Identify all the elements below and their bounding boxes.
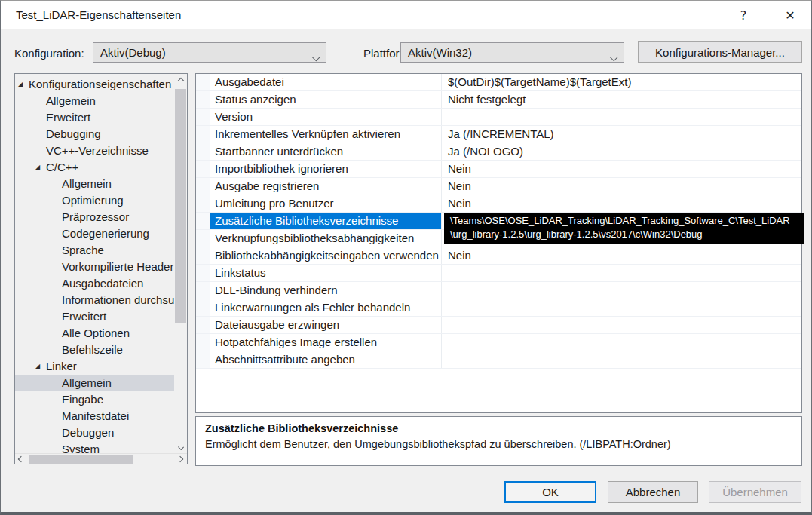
tree-horizontal-scrollbar[interactable] bbox=[15, 453, 187, 464]
properties-dialog: Test_LiDAR-Eigenschaftenseiten ? ✕ Konfi… bbox=[0, 0, 812, 515]
horizontal-scroll-thumb[interactable] bbox=[29, 455, 133, 464]
tree-item-präprozessor[interactable]: Präprozessor bbox=[15, 209, 174, 225]
property-row-importbibliothek-ignorieren[interactable]: Importbibliothek ignorierenNein bbox=[196, 161, 801, 178]
row-gutter bbox=[196, 230, 210, 247]
tree-item-label: Erweitert bbox=[46, 109, 90, 126]
property-row-startbanner-unterdrücken[interactable]: Startbanner unterdrückenJa (/NOLOGO) bbox=[196, 143, 801, 161]
chevron-down-icon bbox=[611, 50, 617, 63]
configuration-manager-button[interactable]: Konfigurations-Manager... bbox=[638, 41, 802, 63]
tree-item-linker[interactable]: ◢Linker bbox=[15, 358, 174, 375]
scroll-left-icon[interactable] bbox=[15, 454, 27, 464]
tree-item-system[interactable]: System bbox=[15, 441, 174, 453]
row-gutter bbox=[196, 265, 210, 281]
tree-item-label: Befehlszeile bbox=[62, 342, 123, 358]
tree-item-vc-verzeichnisse[interactable]: VC++-Verzeichnisse bbox=[15, 143, 174, 159]
property-value[interactable] bbox=[441, 334, 801, 351]
property-value[interactable] bbox=[441, 299, 801, 316]
tree-item-sprache[interactable]: Sprache bbox=[15, 242, 174, 259]
property-value[interactable] bbox=[441, 317, 801, 333]
expand-arrow-icon[interactable]: ◢ bbox=[35, 358, 40, 375]
property-value[interactable] bbox=[441, 265, 801, 281]
tree-vertical-scrollbar[interactable] bbox=[174, 74, 187, 453]
property-row-linkerwarnungen-als-fehler-behandeln[interactable]: Linkerwarnungen als Fehler behandeln bbox=[196, 299, 801, 317]
tree-item-erweitert[interactable]: Erweitert bbox=[15, 308, 174, 325]
cancel-button[interactable]: Abbrechen bbox=[608, 481, 698, 503]
property-row-umleitung-pro-benutzer[interactable]: Umleitung pro BenutzerNein bbox=[196, 195, 801, 213]
tree-item-befehlszeile[interactable]: Befehlszeile bbox=[15, 342, 174, 358]
tree-item-vorkompilierte-header[interactable]: Vorkompilierte Header bbox=[15, 259, 174, 275]
expand-arrow-icon[interactable]: ◢ bbox=[35, 159, 40, 176]
row-gutter bbox=[196, 351, 210, 368]
platform-dropdown[interactable]: Aktiv(Win32) bbox=[400, 42, 624, 63]
property-row-abschnittsattribute-angeben[interactable]: Abschnittsattribute angeben bbox=[196, 351, 801, 369]
property-value[interactable]: Nein bbox=[441, 161, 801, 177]
tree-item-label: Eingabe bbox=[62, 391, 103, 408]
tree-item-debugging[interactable]: Debugging bbox=[15, 126, 174, 143]
row-gutter bbox=[196, 126, 210, 143]
tree-item-erweitert[interactable]: Erweitert bbox=[15, 109, 174, 126]
property-name: Dateiausgabe erzwingen bbox=[210, 317, 441, 333]
property-value[interactable]: Nein bbox=[441, 195, 801, 212]
description-text: Ermöglicht dem Benutzer, den Umgebungsbi… bbox=[205, 438, 792, 450]
ok-button[interactable]: OK bbox=[504, 481, 596, 503]
property-value[interactable]: Nein bbox=[441, 178, 801, 195]
tree-item-ausgabedateien[interactable]: Ausgabedateien bbox=[15, 275, 174, 292]
property-row-hotpatchfähiges-image-erstellen[interactable]: Hotpatchfähiges Image erstellen bbox=[196, 334, 801, 351]
tree-item-manifestdatei[interactable]: Manifestdatei bbox=[15, 408, 174, 425]
tree-item-konfigurationseigenschaften[interactable]: ◢Konfigurationseigenschaften bbox=[15, 76, 174, 93]
row-gutter bbox=[196, 91, 210, 108]
vertical-scroll-thumb[interactable] bbox=[175, 89, 186, 323]
property-name: DLL-Bindung verhindern bbox=[210, 282, 441, 299]
tree-item-allgemein[interactable]: Allgemein bbox=[15, 176, 174, 192]
property-name: Bibliothekabhängigkeitseingaben verwende… bbox=[210, 247, 441, 264]
platform-value: Aktiv(Win32) bbox=[408, 46, 472, 59]
row-gutter bbox=[196, 143, 210, 160]
property-value[interactable]: Nein bbox=[441, 247, 801, 264]
property-row-ausgabedatei[interactable]: Ausgabedatei$(OutDir)$(TargetName)$(Targ… bbox=[196, 74, 801, 91]
tree-item-allgemein[interactable]: Allgemein bbox=[15, 93, 174, 109]
scroll-up-icon[interactable] bbox=[174, 74, 187, 87]
property-value[interactable]: Ja (/NOLOGO) bbox=[441, 143, 801, 160]
tree-item-optimierung[interactable]: Optimierung bbox=[15, 192, 174, 209]
property-value[interactable] bbox=[441, 109, 801, 125]
property-value[interactable]: $(OutDir)$(TargetName)$(TargetExt) bbox=[441, 74, 801, 90]
property-row-dateiausgabe-erzwingen[interactable]: Dateiausgabe erzwingen bbox=[196, 317, 801, 334]
tree-item-c-c[interactable]: ◢C/C++ bbox=[15, 159, 174, 176]
tree-item-codegenerierung[interactable]: Codegenerierung bbox=[15, 225, 174, 242]
property-value[interactable]: Nicht festgelegt bbox=[441, 91, 801, 108]
configuration-dropdown[interactable]: Aktiv(Debug) bbox=[93, 42, 326, 63]
property-row-version[interactable]: Version bbox=[196, 109, 801, 126]
tree-item-eingabe[interactable]: Eingabe bbox=[15, 391, 174, 408]
property-value[interactable] bbox=[441, 351, 801, 368]
library-path-tooltip: \Teams\OSE\OSE_LiDAR_Tracking\LiDAR_Trac… bbox=[444, 213, 804, 244]
tree-item-label: Optimierung bbox=[62, 192, 124, 209]
property-value[interactable]: Ja (/INCREMENTAL) bbox=[441, 126, 801, 143]
titlebar: Test_LiDAR-Eigenschaftenseiten ? ✕ bbox=[1, 1, 811, 29]
property-name: Version bbox=[210, 109, 441, 125]
tree-item-label: Vorkompilierte Header bbox=[62, 259, 173, 275]
property-value[interactable] bbox=[441, 282, 801, 299]
apply-button[interactable]: Übernehmen bbox=[709, 481, 801, 503]
property-name: Ausgabedatei bbox=[210, 74, 441, 90]
row-gutter bbox=[196, 334, 210, 351]
property-row-inkrementelles-verknüpfen-aktivieren[interactable]: Inkrementelles Verknüpfen aktivierenJa (… bbox=[196, 126, 801, 143]
tree-item-debuggen[interactable]: Debuggen bbox=[15, 425, 174, 441]
property-row-ausgabe-registrieren[interactable]: Ausgabe registrierenNein bbox=[196, 178, 801, 195]
configuration-value: Aktiv(Debug) bbox=[100, 46, 166, 59]
scroll-right-icon[interactable] bbox=[174, 454, 186, 464]
close-button[interactable]: ✕ bbox=[773, 1, 807, 29]
property-row-dll-bindung-verhindern[interactable]: DLL-Bindung verhindern bbox=[196, 282, 801, 299]
tree-item-label: Sprache bbox=[62, 242, 104, 259]
property-row-bibliothekabhängigkeitseingaben-verwenden[interactable]: Bibliothekabhängigkeitseingaben verwende… bbox=[196, 247, 801, 265]
property-row-status-anzeigen[interactable]: Status anzeigenNicht festgelegt bbox=[196, 91, 801, 109]
tree-item-allgemein[interactable]: Allgemein bbox=[15, 375, 174, 391]
property-row-linkstatus[interactable]: Linkstatus bbox=[196, 265, 801, 282]
tree-item-label: Ausgabedateien bbox=[62, 275, 143, 292]
tree-item-informationen-durchsuchen[interactable]: Informationen durchsuchen bbox=[15, 292, 174, 308]
help-button[interactable]: ? bbox=[726, 1, 761, 29]
scroll-down-icon[interactable] bbox=[174, 440, 187, 453]
tree-item-alle-optionen[interactable]: Alle Optionen bbox=[15, 325, 174, 342]
row-gutter bbox=[196, 74, 210, 90]
expand-arrow-icon[interactable]: ◢ bbox=[18, 76, 23, 93]
row-gutter bbox=[196, 247, 210, 264]
